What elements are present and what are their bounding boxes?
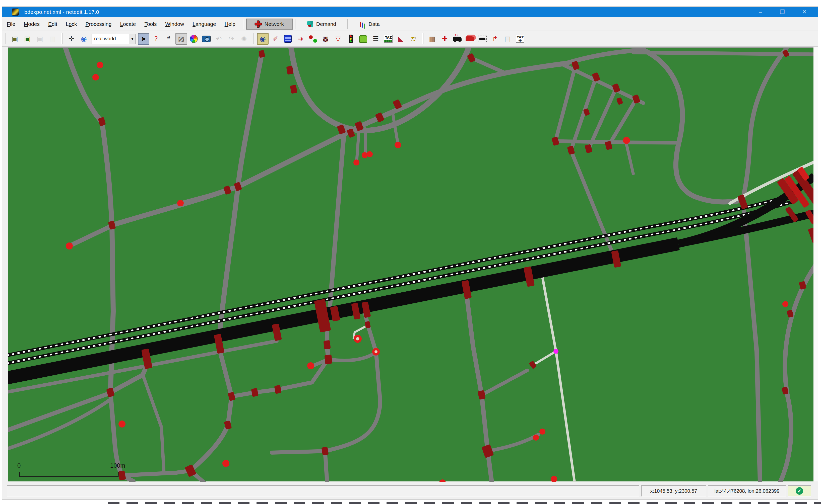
edge[interactable] <box>744 212 760 482</box>
menu-file[interactable]: File <box>3 19 19 29</box>
edge[interactable] <box>555 141 676 143</box>
junction[interactable] <box>118 470 126 480</box>
delete-mode-button[interactable]: ✐ <box>270 33 281 45</box>
edge[interactable] <box>643 50 742 202</box>
junction[interactable] <box>481 444 494 458</box>
chevron-down-icon[interactable]: ▼ <box>129 34 135 44</box>
supermode-demand[interactable]: Demand <box>298 19 345 30</box>
show-turns-button[interactable]: ↱ <box>489 33 501 45</box>
maximize-button[interactable]: ❐ <box>771 7 793 17</box>
junction-bubble[interactable] <box>307 362 314 369</box>
menu-window[interactable]: Window <box>161 19 188 29</box>
junction-bubble[interactable] <box>539 429 545 435</box>
edge[interactable] <box>69 226 112 246</box>
edge[interactable] <box>330 132 344 310</box>
crossing-mode-button[interactable]: ☰ <box>370 33 382 45</box>
coordinate-system-combo[interactable]: real world▼ <box>92 34 136 44</box>
close-button[interactable]: ✕ <box>793 7 815 17</box>
menu-edit[interactable]: Edit <box>44 19 61 29</box>
junction[interactable] <box>98 117 106 126</box>
junction-bubble[interactable] <box>223 460 230 467</box>
save-network-button[interactable]: ▣ <box>9 33 21 45</box>
menu-lock[interactable]: Lock <box>62 19 81 29</box>
save-plain-xml-button[interactable]: ▣ <box>22 33 33 45</box>
snapshot-tool-button[interactable]: ▨ <box>175 33 187 45</box>
junction-bubble[interactable] <box>177 200 184 206</box>
junction-bubble[interactable] <box>367 151 373 157</box>
junction-shape-button[interactable]: ✚ <box>439 33 451 45</box>
move-mode-button[interactable] <box>282 33 294 45</box>
junction[interactable] <box>321 447 329 456</box>
messages-button[interactable]: ❝ <box>163 33 174 45</box>
junction[interactable] <box>529 361 537 369</box>
junction-bubble[interactable] <box>533 435 539 441</box>
junction[interactable] <box>251 388 258 397</box>
edge[interactable] <box>555 65 575 141</box>
selected-point[interactable] <box>553 349 558 354</box>
network-map[interactable]: 0100m <box>8 48 814 482</box>
pedestrian-edge[interactable] <box>541 269 574 482</box>
junction[interactable] <box>274 385 281 394</box>
junction-bubble[interactable] <box>551 476 557 482</box>
junction[interactable] <box>290 85 297 94</box>
tls-yield-mode-button[interactable]: ▽ <box>332 33 344 45</box>
edge[interactable] <box>780 266 814 482</box>
junction-bubble[interactable] <box>395 142 401 148</box>
taz-mode-button[interactable] <box>383 33 394 45</box>
edge[interactable] <box>626 143 633 174</box>
junction[interactable] <box>228 392 236 401</box>
draw-vehicles-button[interactable] <box>452 33 463 45</box>
taz-fill-button[interactable] <box>514 33 526 45</box>
junction-bubble[interactable] <box>92 74 99 80</box>
minimize-button[interactable]: – <box>749 7 771 17</box>
junction-bubble[interactable] <box>362 152 368 158</box>
junction-bubble-ring[interactable] <box>354 335 362 343</box>
additional-mode-button[interactable] <box>357 33 369 45</box>
menu-tools[interactable]: Tools <box>140 19 161 29</box>
vehicle-spread-button[interactable] <box>464 33 476 45</box>
toggle-grid-button[interactable]: ▦ <box>426 33 438 45</box>
edge[interactable] <box>488 435 538 451</box>
inspect-mode-button[interactable]: ◉ <box>257 33 269 45</box>
junction-bubble[interactable] <box>353 159 359 165</box>
edge[interactable] <box>471 58 505 73</box>
junction-bubble-ring[interactable] <box>372 348 380 356</box>
menu-processing[interactable]: Processing <box>81 19 115 29</box>
network-canvas[interactable]: 0100m <box>8 47 814 481</box>
edge[interactable] <box>325 451 327 482</box>
pedestrian-edge[interactable] <box>533 351 556 365</box>
edge[interactable] <box>219 53 262 338</box>
color-scheme-button[interactable] <box>188 33 199 45</box>
menu-help[interactable]: Help <box>221 19 240 29</box>
menu-language[interactable]: Language <box>188 19 220 29</box>
junction-bubble[interactable] <box>623 137 630 144</box>
junction-bubble[interactable] <box>97 62 103 68</box>
junction[interactable] <box>324 355 332 364</box>
zoom-in-button[interactable]: ◉ <box>78 33 90 45</box>
junction-bubble[interactable] <box>439 479 446 482</box>
edge-mode-button[interactable]: ➜ <box>295 33 306 45</box>
show-list-button[interactable]: ▤ <box>502 33 513 45</box>
connection-mode-button[interactable] <box>307 33 319 45</box>
menu-modes[interactable]: Modes <box>20 19 44 29</box>
wire-mode-button[interactable]: ≋ <box>408 33 419 45</box>
edge[interactable] <box>328 353 375 361</box>
junction-bubble[interactable] <box>782 301 788 307</box>
edge[interactable] <box>180 191 228 203</box>
traffic-light-mode-button[interactable] <box>345 33 356 45</box>
edge[interactable] <box>238 63 565 187</box>
railway-edge[interactable] <box>8 201 793 366</box>
menu-locate[interactable]: Locate <box>116 19 140 29</box>
screenshot-button[interactable] <box>200 33 212 45</box>
vehicle-geometry-button[interactable] <box>477 33 488 45</box>
edge[interactable] <box>482 370 527 395</box>
supermode-data[interactable]: Data <box>350 19 388 30</box>
prohibition-mode-button[interactable]: ▩ <box>320 33 331 45</box>
help-locate-button[interactable]: ? <box>150 33 162 45</box>
inspect-cursor-button[interactable]: ➤ <box>138 33 149 45</box>
edge[interactable] <box>143 375 164 472</box>
supermode-network[interactable]: Network <box>246 19 293 30</box>
junction-bubble[interactable] <box>118 421 125 428</box>
junction[interactable] <box>324 340 331 349</box>
junction-bubble[interactable] <box>66 242 73 249</box>
